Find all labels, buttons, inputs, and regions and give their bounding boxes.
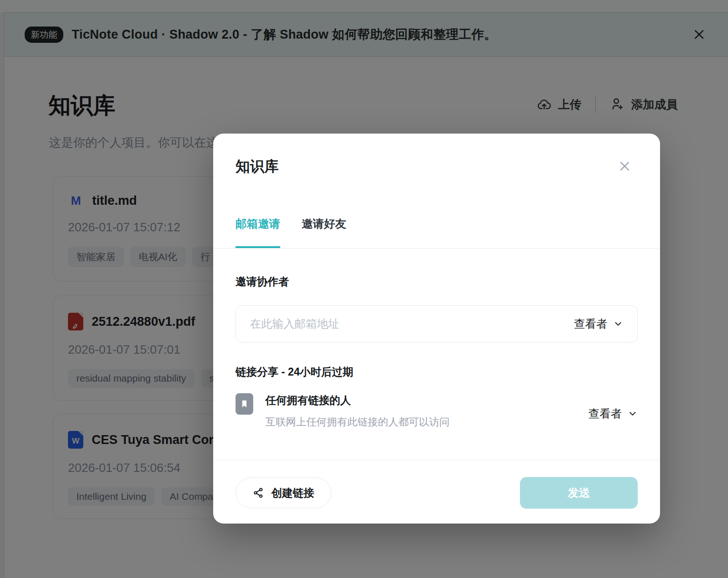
share-modal: 知识库 邮箱邀请 邀请好友 邀请协作者 在此输入邮箱地址 查看者 链接分享 - … — [213, 134, 660, 524]
footer-divider — [213, 460, 660, 460]
link-audience-description: 互联网上任何拥有此链接的人都可以访问 — [265, 415, 588, 429]
link-share-row: 任何拥有链接的人 互联网上任何拥有此链接的人都可以访问 查看者 — [236, 393, 638, 429]
link-audience-title: 任何拥有链接的人 — [265, 393, 588, 408]
invite-collaborators-heading: 邀请协作者 — [236, 275, 289, 289]
modal-tabs: 邮箱邀请 邀请好友 — [213, 216, 660, 249]
chevron-down-icon — [627, 409, 638, 419]
create-link-button[interactable]: 创建链接 — [236, 477, 331, 508]
link-share-heading: 链接分享 - 24小时后过期 — [236, 365, 353, 379]
share-nodes-icon — [253, 487, 264, 498]
bookmark-icon — [236, 393, 253, 415]
email-input-placeholder: 在此输入邮箱地址 — [250, 316, 574, 331]
role-select-link[interactable]: 查看者 — [588, 406, 638, 421]
send-button[interactable]: 发送 — [520, 477, 638, 509]
modal-close-icon[interactable] — [616, 158, 633, 175]
role-select-email[interactable]: 查看者 — [574, 316, 623, 331]
modal-footer: 创建链接 发送 — [236, 477, 638, 509]
tab-email-invite[interactable]: 邮箱邀请 — [236, 216, 280, 248]
create-link-label: 创建链接 — [271, 486, 314, 500]
modal-title: 知识库 — [236, 157, 279, 176]
tab-invite-friends[interactable]: 邀请好友 — [302, 216, 346, 248]
chevron-down-icon — [613, 319, 623, 329]
email-invite-input[interactable]: 在此输入邮箱地址 查看者 — [236, 305, 638, 343]
